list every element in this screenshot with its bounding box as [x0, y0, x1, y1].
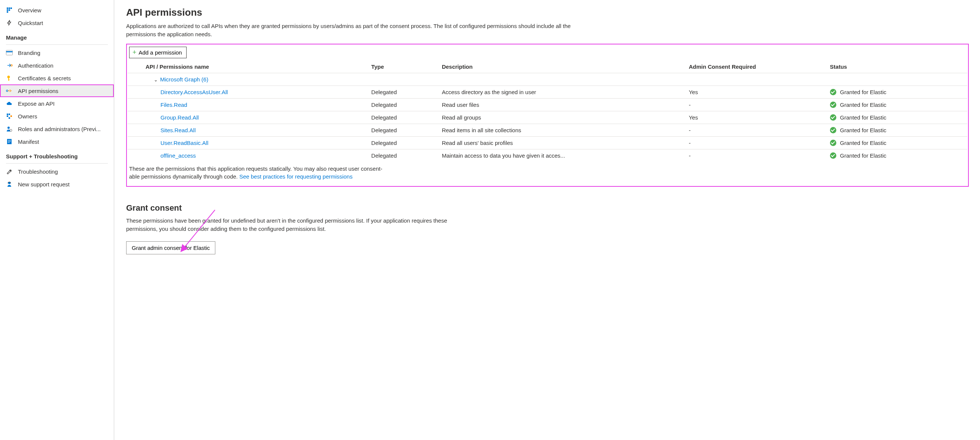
svg-rect-16 — [10, 115, 12, 117]
sidebar-item-authentication[interactable]: Authentication — [0, 59, 114, 72]
permission-type: Delegated — [368, 136, 438, 149]
permission-name-link[interactable]: offline_access — [161, 152, 196, 159]
sidebar-item-expose-api[interactable]: Expose an API — [0, 97, 114, 110]
sidebar-item-quickstart[interactable]: Quickstart — [0, 16, 114, 29]
sidebar-item-new-support[interactable]: New support request — [0, 178, 114, 190]
permission-name-link[interactable]: Files.Read — [161, 102, 187, 108]
person-headset-icon — [6, 181, 13, 188]
permissions-panel: + Add a permission API / Permissions nam… — [126, 44, 969, 187]
arrow-right-circle-icon — [6, 62, 13, 69]
permission-description: Read all groups — [438, 111, 685, 124]
svg-rect-11 — [8, 80, 10, 80]
sidebar-item-branding[interactable]: Branding — [0, 46, 114, 59]
permission-name-link[interactable]: Group.Read.All — [161, 114, 199, 121]
col-admin: Admin Consent Required — [685, 61, 826, 73]
svg-rect-0 — [7, 8, 8, 9]
sidebar-item-label: Quickstart — [18, 20, 43, 26]
permission-description: Access directory as the signed in user — [438, 86, 685, 98]
col-status: Status — [826, 61, 967, 73]
svg-rect-15 — [7, 115, 8, 117]
permission-status: Granted for Elastic — [840, 140, 886, 146]
sidebar: Overview Quickstart Manage Branding Auth… — [0, 0, 114, 440]
svg-rect-13 — [7, 113, 8, 115]
grant-admin-consent-button[interactable]: Grant admin consent for Elastic — [126, 241, 215, 254]
svg-rect-5 — [7, 11, 8, 13]
sidebar-item-label: New support request — [18, 181, 69, 188]
permission-description: Read all users' basic profiles — [438, 136, 685, 149]
svg-rect-1 — [9, 8, 10, 9]
check-icon — [830, 127, 836, 133]
permission-status: Granted for Elastic — [840, 127, 886, 133]
sidebar-section-manage: Manage — [0, 29, 114, 43]
permission-description: Maintain access to data you have given i… — [438, 149, 685, 162]
permission-name-link[interactable]: User.ReadBasic.All — [161, 140, 208, 146]
static-permissions-note: These are the permissions that this appl… — [127, 162, 389, 181]
permissions-table: API / Permissions name Type Description … — [127, 61, 967, 162]
add-permission-button[interactable]: + Add a permission — [129, 47, 186, 58]
permission-admin-required: Yes — [685, 86, 826, 98]
grant-consent-description: These permissions have been granted for … — [126, 217, 477, 233]
permission-group-row[interactable]: ⌄Microsoft Graph (6) — [127, 73, 967, 86]
sidebar-item-label: Owners — [18, 113, 37, 120]
check-icon — [830, 114, 836, 121]
permission-name-link[interactable]: Directory.AccessAsUser.All — [161, 89, 228, 95]
sidebar-item-api-permissions[interactable]: API permissions — [0, 84, 114, 97]
sidebar-item-owners[interactable]: Owners — [0, 110, 114, 123]
sidebar-item-label: Overview — [18, 7, 41, 13]
sidebar-item-overview[interactable]: Overview — [0, 4, 114, 16]
check-icon — [830, 102, 836, 108]
table-row: Directory.AccessAsUser.AllDelegatedAcces… — [127, 86, 967, 98]
col-description: Description — [438, 61, 685, 73]
sidebar-item-label: Authentication — [18, 62, 53, 69]
svg-point-9 — [8, 76, 10, 78]
sidebar-item-label: Certificates & secrets — [18, 75, 71, 81]
permission-description: Read user files — [438, 98, 685, 111]
svg-rect-6 — [6, 50, 13, 55]
permission-type: Delegated — [368, 98, 438, 111]
permission-description: Read items in all site collections — [438, 124, 685, 136]
key-icon — [6, 75, 13, 81]
permission-name-link[interactable]: Sites.Read.All — [161, 127, 196, 133]
permission-status: Granted for Elastic — [840, 102, 886, 108]
page-title: API permissions — [126, 7, 969, 18]
permission-admin-required: - — [685, 136, 826, 149]
sidebar-item-manifest[interactable]: Manifest — [0, 135, 114, 148]
check-icon — [830, 152, 836, 159]
api-icon — [6, 88, 13, 94]
sidebar-item-certificates[interactable]: Certificates & secrets — [0, 72, 114, 84]
permission-type: Delegated — [368, 149, 438, 162]
sidebar-item-label: Manifest — [18, 139, 39, 145]
svg-rect-23 — [8, 142, 10, 143]
svg-rect-14 — [9, 113, 10, 115]
svg-point-18 — [8, 127, 10, 129]
best-practices-link[interactable]: See best practices for requesting permis… — [239, 173, 352, 180]
sidebar-item-label: API permissions — [18, 88, 58, 94]
document-icon — [6, 138, 13, 145]
svg-rect-7 — [6, 51, 13, 52]
sidebar-item-roles[interactable]: Roles and administrators (Previ... — [0, 123, 114, 135]
svg-rect-22 — [8, 141, 11, 142]
grid-icon — [6, 7, 13, 13]
svg-rect-17 — [9, 117, 10, 119]
permission-status: Granted for Elastic — [840, 152, 886, 159]
check-icon — [830, 140, 836, 146]
owners-icon — [6, 113, 13, 120]
permission-status: Granted for Elastic — [840, 114, 886, 121]
sidebar-section-support: Support + Troubleshooting — [0, 148, 114, 162]
permission-admin-required: Yes — [685, 111, 826, 124]
permission-admin-required: - — [685, 124, 826, 136]
grant-consent-title: Grant consent — [126, 203, 969, 213]
sidebar-item-troubleshooting[interactable]: Troubleshooting — [0, 165, 114, 178]
svg-point-12 — [6, 90, 8, 91]
svg-rect-4 — [9, 10, 10, 11]
permission-type: Delegated — [368, 124, 438, 136]
person-gear-icon — [6, 126, 13, 132]
permission-status: Granted for Elastic — [840, 89, 886, 95]
main-content: API permissions Applications are authori… — [114, 0, 980, 440]
permission-type: Delegated — [368, 111, 438, 124]
cloud-icon — [6, 100, 13, 107]
sidebar-item-label: Expose an API — [18, 100, 54, 107]
svg-rect-2 — [10, 8, 12, 9]
table-row: Sites.Read.AllDelegatedRead items in all… — [127, 124, 967, 136]
svg-rect-21 — [8, 140, 11, 140]
